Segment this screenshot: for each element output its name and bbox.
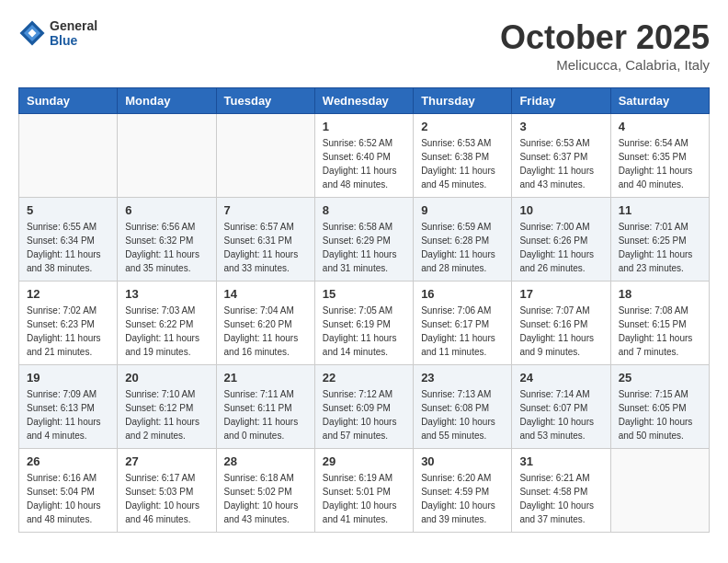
day-info: Sunrise: 7:02 AM Sunset: 6:23 PM Dayligh…: [27, 304, 109, 359]
day-info: Sunrise: 6:55 AM Sunset: 6:34 PM Dayligh…: [27, 220, 109, 275]
calendar-day-cell: 23Sunrise: 7:13 AM Sunset: 6:08 PM Dayli…: [414, 365, 512, 449]
calendar-day-cell: 31Sunrise: 6:21 AM Sunset: 4:58 PM Dayli…: [512, 449, 610, 533]
day-info: Sunrise: 7:00 AM Sunset: 6:26 PM Dayligh…: [519, 220, 602, 275]
calendar-day-cell: 3Sunrise: 6:53 AM Sunset: 6:37 PM Daylig…: [512, 114, 610, 198]
day-info: Sunrise: 7:03 AM Sunset: 6:22 PM Dayligh…: [125, 304, 208, 359]
logo: General Blue: [18, 18, 97, 48]
day-info: Sunrise: 6:21 AM Sunset: 4:58 PM Dayligh…: [519, 471, 602, 526]
day-number: 15: [323, 287, 405, 301]
day-number: 13: [125, 287, 208, 301]
day-number: 17: [519, 287, 602, 301]
day-number: 27: [125, 454, 208, 468]
calendar-day-cell: 11Sunrise: 7:01 AM Sunset: 6:25 PM Dayli…: [610, 198, 709, 282]
day-info: Sunrise: 7:12 AM Sunset: 6:09 PM Dayligh…: [323, 387, 405, 442]
weekday-header-tuesday: Tuesday: [216, 88, 314, 114]
day-number: 10: [519, 203, 602, 217]
day-number: 4: [619, 120, 701, 133]
calendar-day-cell: 21Sunrise: 7:11 AM Sunset: 6:11 PM Dayli…: [216, 365, 314, 449]
calendar-week-row: 26Sunrise: 6:16 AM Sunset: 5:04 PM Dayli…: [19, 449, 710, 533]
calendar-table: SundayMondayTuesdayWednesdayThursdayFrid…: [18, 87, 710, 533]
day-info: Sunrise: 7:11 AM Sunset: 6:11 PM Dayligh…: [224, 387, 307, 442]
day-info: Sunrise: 6:59 AM Sunset: 6:28 PM Dayligh…: [421, 220, 504, 275]
title-block: October 2025 Melicucca, Calabria, Italy: [500, 18, 710, 73]
day-number: 12: [27, 287, 109, 301]
calendar-week-row: 5Sunrise: 6:55 AM Sunset: 6:34 PM Daylig…: [19, 198, 710, 282]
calendar-day-cell: 5Sunrise: 6:55 AM Sunset: 6:34 PM Daylig…: [19, 198, 118, 282]
calendar-day-cell: [216, 114, 314, 198]
calendar-day-cell: 29Sunrise: 6:19 AM Sunset: 5:01 PM Dayli…: [314, 449, 413, 533]
day-info: Sunrise: 6:19 AM Sunset: 5:01 PM Dayligh…: [323, 471, 405, 526]
calendar-day-cell: 1Sunrise: 6:52 AM Sunset: 6:40 PM Daylig…: [314, 114, 413, 198]
day-number: 1: [323, 120, 405, 133]
day-info: Sunrise: 7:06 AM Sunset: 6:17 PM Dayligh…: [421, 304, 504, 359]
day-info: Sunrise: 7:10 AM Sunset: 6:12 PM Dayligh…: [125, 387, 208, 442]
day-info: Sunrise: 7:01 AM Sunset: 6:25 PM Dayligh…: [619, 220, 701, 275]
day-info: Sunrise: 6:56 AM Sunset: 6:32 PM Dayligh…: [125, 220, 208, 275]
calendar-day-cell: [19, 114, 118, 198]
day-number: 2: [421, 120, 504, 133]
weekday-header-wednesday: Wednesday: [314, 88, 413, 114]
calendar-day-cell: 22Sunrise: 7:12 AM Sunset: 6:09 PM Dayli…: [314, 365, 413, 449]
calendar-day-cell: 9Sunrise: 6:59 AM Sunset: 6:28 PM Daylig…: [414, 198, 512, 282]
day-number: 14: [224, 287, 307, 301]
day-info: Sunrise: 6:53 AM Sunset: 6:37 PM Dayligh…: [519, 136, 602, 191]
calendar-day-cell: 27Sunrise: 6:17 AM Sunset: 5:03 PM Dayli…: [118, 449, 216, 533]
day-number: 22: [323, 371, 405, 385]
calendar-day-cell: 14Sunrise: 7:04 AM Sunset: 6:20 PM Dayli…: [216, 282, 314, 365]
location: Melicucca, Calabria, Italy: [500, 57, 710, 73]
day-info: Sunrise: 7:05 AM Sunset: 6:19 PM Dayligh…: [323, 304, 405, 359]
day-info: Sunrise: 6:54 AM Sunset: 6:35 PM Dayligh…: [619, 136, 701, 191]
day-number: 20: [125, 371, 208, 385]
calendar-day-cell: 13Sunrise: 7:03 AM Sunset: 6:22 PM Dayli…: [118, 282, 216, 365]
day-info: Sunrise: 6:57 AM Sunset: 6:31 PM Dayligh…: [224, 220, 307, 275]
weekday-header-row: SundayMondayTuesdayWednesdayThursdayFrid…: [19, 88, 710, 114]
day-info: Sunrise: 7:13 AM Sunset: 6:08 PM Dayligh…: [421, 387, 504, 442]
logo-blue-text: Blue: [50, 33, 97, 48]
calendar-week-row: 12Sunrise: 7:02 AM Sunset: 6:23 PM Dayli…: [19, 282, 710, 365]
page-header: General Blue October 2025 Melicucca, Cal…: [18, 18, 710, 73]
day-number: 18: [619, 287, 701, 301]
weekday-header-monday: Monday: [118, 88, 216, 114]
weekday-header-saturday: Saturday: [610, 88, 709, 114]
day-number: 3: [519, 120, 602, 133]
day-number: 28: [224, 454, 307, 468]
day-number: 11: [619, 203, 701, 217]
calendar-day-cell: 8Sunrise: 6:58 AM Sunset: 6:29 PM Daylig…: [314, 198, 413, 282]
calendar-day-cell: [610, 449, 709, 533]
logo-text: General Blue: [50, 18, 97, 48]
weekday-header-thursday: Thursday: [414, 88, 512, 114]
weekday-header-friday: Friday: [512, 88, 610, 114]
day-info: Sunrise: 7:15 AM Sunset: 6:05 PM Dayligh…: [619, 387, 701, 442]
day-info: Sunrise: 6:52 AM Sunset: 6:40 PM Dayligh…: [323, 136, 405, 191]
calendar-day-cell: 24Sunrise: 7:14 AM Sunset: 6:07 PM Dayli…: [512, 365, 610, 449]
calendar-day-cell: 4Sunrise: 6:54 AM Sunset: 6:35 PM Daylig…: [610, 114, 709, 198]
calendar-day-cell: 26Sunrise: 6:16 AM Sunset: 5:04 PM Dayli…: [19, 449, 118, 533]
calendar-day-cell: 30Sunrise: 6:20 AM Sunset: 4:59 PM Dayli…: [414, 449, 512, 533]
day-number: 5: [27, 203, 109, 217]
calendar-day-cell: 18Sunrise: 7:08 AM Sunset: 6:15 PM Dayli…: [610, 282, 709, 365]
calendar-day-cell: 16Sunrise: 7:06 AM Sunset: 6:17 PM Dayli…: [414, 282, 512, 365]
calendar-day-cell: 15Sunrise: 7:05 AM Sunset: 6:19 PM Dayli…: [314, 282, 413, 365]
day-info: Sunrise: 6:53 AM Sunset: 6:38 PM Dayligh…: [421, 136, 504, 191]
calendar-day-cell: 19Sunrise: 7:09 AM Sunset: 6:13 PM Dayli…: [19, 365, 118, 449]
calendar-day-cell: 25Sunrise: 7:15 AM Sunset: 6:05 PM Dayli…: [610, 365, 709, 449]
calendar-day-cell: 7Sunrise: 6:57 AM Sunset: 6:31 PM Daylig…: [216, 198, 314, 282]
calendar-day-cell: 28Sunrise: 6:18 AM Sunset: 5:02 PM Dayli…: [216, 449, 314, 533]
day-info: Sunrise: 6:17 AM Sunset: 5:03 PM Dayligh…: [125, 471, 208, 526]
calendar-day-cell: 17Sunrise: 7:07 AM Sunset: 6:16 PM Dayli…: [512, 282, 610, 365]
logo-icon: [18, 19, 46, 47]
day-info: Sunrise: 6:16 AM Sunset: 5:04 PM Dayligh…: [27, 471, 109, 526]
calendar-day-cell: 20Sunrise: 7:10 AM Sunset: 6:12 PM Dayli…: [118, 365, 216, 449]
calendar-day-cell: 10Sunrise: 7:00 AM Sunset: 6:26 PM Dayli…: [512, 198, 610, 282]
day-number: 29: [323, 454, 405, 468]
day-number: 7: [224, 203, 307, 217]
day-info: Sunrise: 7:14 AM Sunset: 6:07 PM Dayligh…: [519, 387, 602, 442]
logo-general-text: General: [50, 18, 97, 33]
day-number: 8: [323, 203, 405, 217]
day-number: 9: [421, 203, 504, 217]
day-info: Sunrise: 6:20 AM Sunset: 4:59 PM Dayligh…: [421, 471, 504, 526]
day-number: 19: [27, 371, 109, 385]
day-number: 24: [519, 371, 602, 385]
day-number: 25: [619, 371, 701, 385]
calendar-day-cell: 6Sunrise: 6:56 AM Sunset: 6:32 PM Daylig…: [118, 198, 216, 282]
